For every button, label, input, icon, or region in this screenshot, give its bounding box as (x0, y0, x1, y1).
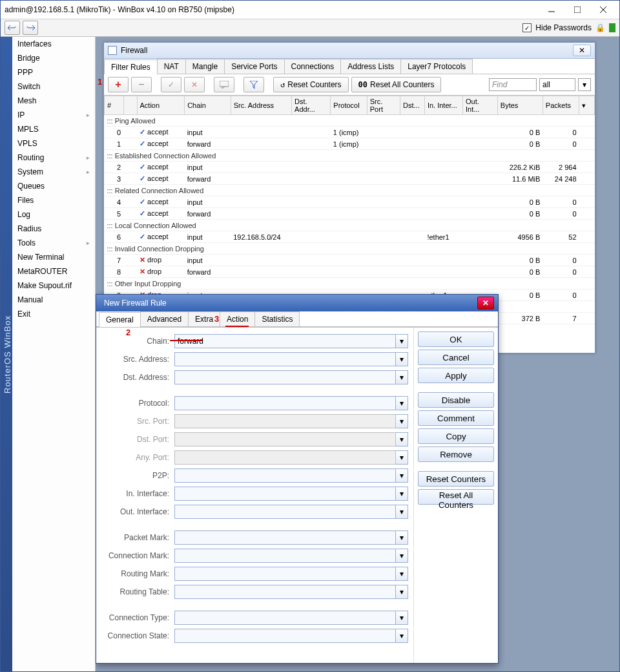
find-input[interactable]: Find (489, 78, 537, 91)
table-row[interactable]: 6✓ acceptinput192.168.5.0/24!ether14956 … (105, 231, 595, 243)
out-interface-expand-button[interactable]: ▾ (395, 505, 408, 519)
tab-mangle[interactable]: Mangle (185, 59, 225, 74)
sidebar-item-new-terminal[interactable]: New Terminal (12, 250, 95, 264)
disable-rule-button[interactable]: ✕ (184, 77, 205, 92)
firewall-close-button[interactable]: ✕ (573, 45, 591, 56)
column-header[interactable]: ▾ (579, 96, 595, 115)
src-address-expand-button[interactable]: ▾ (395, 352, 408, 366)
tab-connections[interactable]: Connections (284, 59, 342, 74)
chain-dropdown-button[interactable]: ▾ (395, 334, 408, 348)
table-row[interactable]: 8✕ dropforward0 B0 (105, 266, 595, 278)
comment-button[interactable]: Comment (418, 410, 494, 426)
sidebar-item-exit[interactable]: Exit (12, 307, 95, 321)
cancel-button[interactable]: Cancel (418, 350, 494, 365)
comment-button[interactable] (214, 77, 234, 92)
sidebar-item-switch[interactable]: Switch (12, 79, 95, 94)
connection-state-input[interactable] (174, 629, 396, 643)
connection-type-expand-button[interactable]: ▾ (395, 611, 408, 625)
sidebar-item-mpls[interactable]: MPLS (12, 122, 95, 136)
window-maximize-button[interactable] (565, 3, 590, 17)
undo-button[interactable] (5, 21, 20, 35)
column-header[interactable] (123, 96, 137, 115)
disable-button[interactable]: Disable (418, 392, 494, 408)
in-interface-input[interactable] (174, 487, 396, 501)
sidebar-item-ip[interactable]: IP▸ (12, 108, 95, 122)
table-row[interactable]: 1✓ acceptforward1 (icmp)0 B0 (105, 138, 595, 150)
connection-mark-input[interactable] (174, 549, 396, 563)
apply-button[interactable]: Apply (418, 368, 494, 383)
window-close-button[interactable] (591, 3, 615, 17)
sidebar-item-radius[interactable]: Radius (12, 222, 95, 236)
table-row[interactable]: 7✕ dropinput0 B0 (105, 255, 595, 266)
add-rule-button[interactable]: + (108, 77, 129, 92)
protocol-input[interactable] (174, 396, 396, 410)
any-port-expand-button[interactable]: ▾ (395, 450, 408, 465)
connection-type-input[interactable] (174, 611, 396, 625)
column-header[interactable]: Packets (542, 96, 579, 115)
column-header[interactable]: Bytes (497, 96, 542, 115)
sidebar-item-tools[interactable]: Tools▸ (12, 236, 95, 250)
dialog-tab-extra[interactable]: Extra (188, 311, 220, 326)
hide-passwords-checkbox[interactable]: ✓ (522, 23, 532, 32)
column-header[interactable]: Action (137, 96, 185, 115)
reset-counters-button[interactable]: Reset Counters (418, 471, 494, 487)
column-header[interactable]: In. Inter... (424, 96, 462, 115)
remove-button[interactable]: Remove (418, 446, 494, 462)
filter-button[interactable] (243, 77, 264, 92)
src-port-expand-button[interactable]: ▾ (395, 414, 408, 428)
column-header[interactable]: Dst... (400, 96, 425, 115)
packet-mark-expand-button[interactable]: ▾ (395, 530, 408, 545)
sidebar-item-interfaces[interactable]: Interfaces (12, 37, 95, 51)
reset-all-counters-button[interactable]: Reset All Counters (418, 489, 494, 505)
filter-all-select[interactable]: all (539, 78, 575, 91)
reset-counters-button[interactable]: ↺Reset Counters (273, 77, 349, 92)
sidebar-item-metarouter[interactable]: MetaROUTER (12, 264, 95, 278)
table-row[interactable]: 3✓ acceptforward11.6 MiB24 248 (105, 173, 595, 185)
dst-address-input[interactable] (174, 370, 396, 384)
copy-button[interactable]: Copy (418, 428, 494, 444)
routing-table-input[interactable] (174, 585, 396, 599)
routing-mark-input[interactable] (174, 567, 396, 581)
p2p-expand-button[interactable]: ▾ (395, 468, 408, 483)
sidebar-item-system[interactable]: System▸ (12, 165, 95, 179)
sidebar-item-routing[interactable]: Routing▸ (12, 151, 95, 165)
column-header[interactable]: Out. Int... (463, 96, 498, 115)
chain-input[interactable]: forward (174, 334, 396, 348)
column-header[interactable]: Dst. Addr... (292, 96, 331, 115)
sidebar-item-log[interactable]: Log (12, 207, 95, 222)
redo-button[interactable] (23, 21, 38, 35)
reset-all-counters-button[interactable]: 00Reset All Counters (351, 77, 442, 92)
connection-mark-expand-button[interactable]: ▾ (395, 549, 408, 563)
sidebar-item-mesh[interactable]: Mesh (12, 94, 95, 108)
protocol-expand-button[interactable]: ▾ (395, 396, 408, 410)
sidebar-item-files[interactable]: Files (12, 193, 95, 207)
packet-mark-input[interactable] (174, 530, 396, 545)
window-minimize-button[interactable] (539, 3, 564, 17)
dialog-tab-action[interactable]: Action3 (220, 311, 255, 326)
tab-filter-rules[interactable]: Filter Rules (104, 59, 158, 74)
table-row[interactable]: 2✓ acceptinput226.2 KiB2 964 (105, 162, 595, 173)
sidebar-item-vpls[interactable]: VPLS (12, 136, 95, 151)
in-interface-expand-button[interactable]: ▾ (395, 487, 408, 501)
tab-service-ports[interactable]: Service Ports (224, 59, 284, 74)
dialog-tab-advanced[interactable]: Advanced (140, 311, 189, 326)
dialog-tab-general[interactable]: General (99, 312, 141, 327)
routing-mark-expand-button[interactable]: ▾ (395, 567, 408, 581)
dst-port-expand-button[interactable]: ▾ (395, 432, 408, 446)
dialog-close-button[interactable]: ✕ (477, 297, 494, 310)
sidebar-item-bridge[interactable]: Bridge (12, 51, 95, 65)
remove-rule-button[interactable]: − (131, 77, 152, 92)
column-header[interactable]: Chain (185, 96, 231, 115)
column-header[interactable]: # (105, 96, 124, 115)
sidebar-item-manual[interactable]: Manual (12, 293, 95, 307)
sidebar-item-ppp[interactable]: PPP (12, 65, 95, 79)
dst-address-expand-button[interactable]: ▾ (395, 370, 408, 384)
column-header[interactable]: Src. Port (367, 96, 400, 115)
tab-nat[interactable]: NAT (157, 59, 186, 74)
column-header[interactable]: Protocol (331, 96, 367, 115)
table-row[interactable]: 5✓ acceptforward0 B0 (105, 208, 595, 220)
routing-table-expand-button[interactable]: ▾ (395, 585, 408, 599)
filter-dropdown-button[interactable]: ▾ (578, 78, 591, 91)
src-address-input[interactable] (174, 352, 396, 366)
connection-state-expand-button[interactable]: ▾ (395, 629, 408, 643)
